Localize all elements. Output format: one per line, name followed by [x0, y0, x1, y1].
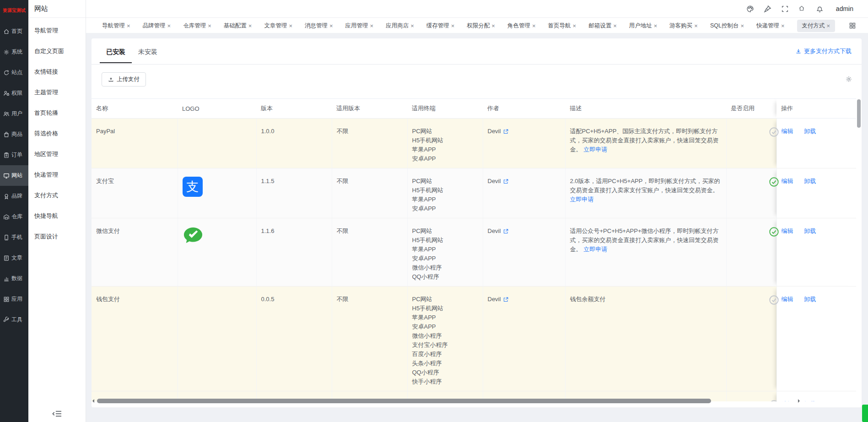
apply-now-link[interactable]: 立即申请 [583, 146, 607, 153]
open-tab-应用管理[interactable]: 应用管理 × [345, 22, 374, 30]
action-编辑[interactable]: 编辑 [782, 296, 793, 303]
close-icon[interactable]: × [781, 23, 785, 29]
rail-item-商品[interactable]: 商品 [0, 124, 28, 145]
rail-item-站点[interactable]: 站点 [0, 62, 28, 83]
close-icon[interactable]: × [208, 23, 211, 29]
rail-item-数据[interactable]: 数据 [0, 268, 28, 289]
close-icon[interactable]: × [451, 23, 455, 29]
menu-item-支付方式[interactable]: 支付方式 [28, 185, 86, 206]
open-tab-用户地址[interactable]: 用户地址 × [629, 22, 658, 30]
external-link-icon[interactable] [503, 179, 509, 184]
fullscreen-icon[interactable] [781, 5, 789, 13]
menu-item-筛选价格[interactable]: 筛选价格 [28, 123, 86, 144]
scroll-right-arrow-icon[interactable] [798, 399, 800, 403]
close-icon[interactable]: × [740, 23, 744, 29]
upload-payment-button[interactable]: 上传支付 [102, 72, 146, 87]
menu-item-快捷导航[interactable]: 快捷导航 [28, 206, 86, 226]
external-link-icon[interactable] [503, 297, 509, 303]
rail-item-手机[interactable]: 手机 [0, 227, 28, 248]
enabled-check-circle-icon[interactable] [769, 227, 779, 237]
rail-item-首页[interactable]: 首页 [0, 21, 28, 42]
close-icon[interactable]: × [613, 23, 617, 29]
close-icon[interactable]: × [573, 23, 577, 29]
menu-item-地区管理[interactable]: 地区管理 [28, 144, 86, 164]
close-icon[interactable]: × [329, 23, 333, 29]
disabled-check-circle-icon[interactable] [769, 127, 779, 137]
external-link-icon[interactable] [503, 129, 509, 135]
close-icon[interactable]: × [694, 23, 698, 29]
scroll-left-arrow-icon[interactable] [92, 399, 94, 403]
close-icon[interactable]: × [532, 23, 536, 29]
open-tab-游客购买[interactable]: 游客购买 × [669, 22, 698, 30]
rail-item-订单[interactable]: 订单 [0, 145, 28, 165]
close-icon[interactable]: × [167, 23, 171, 29]
open-tab-基础配置[interactable]: 基础配置 × [224, 22, 252, 30]
horizontal-scrollbar[interactable] [92, 399, 800, 403]
collapse-menu-icon[interactable] [52, 408, 63, 419]
tab-已安装[interactable]: 已安装 [100, 48, 132, 63]
rail-item-网站[interactable]: 网站 [0, 165, 28, 186]
disabled-check-circle-icon[interactable] [769, 295, 779, 305]
menu-item-快递管理[interactable]: 快递管理 [28, 164, 86, 185]
more-payment-download-link[interactable]: 更多支付方式下载 [795, 47, 852, 55]
menu-item-导航管理[interactable]: 导航管理 [28, 20, 86, 41]
open-tab-角色管理[interactable]: 角色管理 × [507, 22, 536, 30]
open-tab-消息管理[interactable]: 消息管理 × [305, 22, 333, 30]
action-编辑[interactable]: 编辑 [782, 128, 793, 135]
open-tab-快递管理[interactable]: 快递管理 × [756, 22, 785, 30]
action-编辑[interactable]: 编辑 [782, 178, 793, 184]
open-tab-仓库管理[interactable]: 仓库管理 × [183, 22, 211, 30]
open-tab-文章管理[interactable]: 文章管理 × [264, 22, 292, 30]
open-tab-缓存管理[interactable]: 缓存管理 × [426, 22, 455, 30]
home-icon[interactable] [798, 5, 806, 13]
tab-未安装[interactable]: 未安装 [132, 48, 164, 62]
vertical-scroll-thumb[interactable] [857, 99, 861, 128]
open-tab-应用商店[interactable]: 应用商店 × [386, 22, 414, 30]
rail-item-工具[interactable]: 工具 [0, 309, 28, 330]
tab-grid-icon[interactable] [849, 22, 856, 29]
action-卸载[interactable]: 卸载 [804, 400, 816, 401]
apply-now-link[interactable]: 立即申请 [583, 246, 607, 253]
rail-item-权限[interactable]: 权限 [0, 83, 28, 103]
close-icon[interactable]: × [491, 23, 495, 29]
external-link-icon[interactable] [503, 228, 509, 234]
rail-item-应用[interactable]: 应用 [0, 289, 28, 309]
action-卸载[interactable]: 卸载 [804, 178, 816, 184]
menu-item-主题管理[interactable]: 主题管理 [28, 82, 86, 103]
menu-item-首页轮播[interactable]: 首页轮播 [28, 103, 86, 123]
action-编辑[interactable]: 编辑 [782, 227, 793, 234]
action-卸载[interactable]: 卸载 [804, 227, 816, 234]
rail-item-系统[interactable]: 系统 [0, 42, 28, 62]
action-卸载[interactable]: 卸载 [804, 296, 816, 303]
rail-item-仓库[interactable]: 仓库 [0, 206, 28, 227]
action-卸载[interactable]: 卸载 [804, 128, 816, 135]
brush-icon[interactable] [764, 5, 771, 13]
user-menu[interactable]: admin [836, 5, 853, 12]
palette-icon[interactable] [746, 5, 754, 13]
enabled-check-circle-icon[interactable] [769, 177, 779, 187]
rail-item-用户[interactable]: 用户 [0, 103, 28, 124]
close-icon[interactable]: × [410, 23, 414, 29]
rail-item-文章[interactable]: 文章 [0, 248, 28, 268]
bell-icon[interactable] [816, 5, 824, 13]
corner-widget[interactable] [862, 405, 868, 422]
close-icon[interactable]: × [289, 23, 292, 29]
close-icon[interactable]: × [127, 23, 130, 29]
open-tab-首页导航[interactable]: 首页导航 × [548, 22, 577, 30]
close-icon[interactable]: × [827, 23, 830, 29]
apply-now-link[interactable]: 立即申请 [570, 196, 594, 203]
close-icon[interactable]: × [248, 23, 252, 29]
open-tab-支付方式[interactable]: 支付方式 × [797, 20, 836, 32]
table-settings-gear-icon[interactable] [845, 76, 852, 83]
open-tab-权限分配[interactable]: 权限分配 × [467, 22, 495, 30]
open-tab-品牌管理[interactable]: 品牌管理 × [143, 22, 171, 30]
open-tab-导航管理[interactable]: 导航管理 × [102, 22, 130, 30]
close-icon[interactable]: × [654, 23, 658, 29]
horizontal-scroll-thumb[interactable] [97, 399, 711, 403]
menu-item-页面设计[interactable]: 页面设计 [28, 226, 86, 247]
rail-item-品牌[interactable]: 品牌 [0, 186, 28, 206]
vertical-scrollbar[interactable] [857, 98, 861, 398]
menu-item-友情链接[interactable]: 友情链接 [28, 61, 86, 82]
menu-item-自定义页面[interactable]: 自定义页面 [28, 41, 86, 61]
open-tab-邮箱设置[interactable]: 邮箱设置 × [588, 22, 617, 30]
